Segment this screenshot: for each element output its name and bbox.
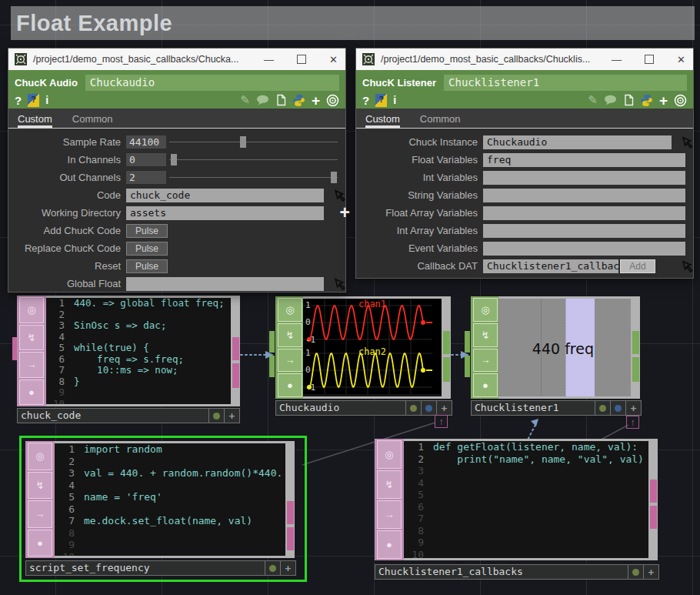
export-arrow-icon[interactable]: [334, 276, 348, 291]
export-arrow-icon[interactable]: [334, 188, 348, 202]
window-titlebar[interactable]: /project1/demo_most_basic_callbacks/Chuc…: [8, 48, 345, 70]
output-connector[interactable]: [232, 337, 239, 360]
docked-nodes-expand-arrow[interactable]: ↑: [435, 415, 448, 428]
output-connector[interactable]: [650, 506, 657, 529]
sample-rate-slider[interactable]: [169, 135, 338, 149]
add-chuck-code-pulse-button[interactable]: Pulse: [126, 224, 168, 238]
close-button[interactable]: ✕: [329, 55, 338, 65]
output-connector[interactable]: [287, 527, 294, 550]
comment-icon[interactable]: [256, 95, 269, 105]
audio-flag-button[interactable]: [422, 401, 437, 415]
tab-custom[interactable]: Custom: [365, 113, 400, 128]
info-icon[interactable]: i: [393, 94, 396, 106]
node-add-button[interactable]: +: [281, 561, 295, 575]
render-flag-button[interactable]: [265, 561, 281, 575]
input-connector[interactable]: [465, 331, 470, 353]
global-float-field[interactable]: [126, 277, 324, 291]
viewer-flag-icon[interactable]: ◎: [377, 440, 402, 469]
help-icon[interactable]: ?: [15, 94, 22, 107]
int-variables-field[interactable]: [483, 171, 685, 185]
event-variables-field[interactable]: [483, 242, 685, 256]
input-connector[interactable]: [465, 356, 470, 377]
bypass-flag-icon[interactable]: ↯: [28, 472, 52, 500]
comment-icon[interactable]: [604, 95, 617, 105]
tab-common[interactable]: Common: [72, 113, 113, 128]
working-directory-field[interactable]: assets: [126, 206, 324, 220]
bomb-flag-icon[interactable]: ●: [28, 530, 52, 557]
node-chuck-code[interactable]: ◎ ↯ → ● 1 2 3 4 5 6 7 89 10 440. => glob…: [17, 296, 240, 406]
node-add-button[interactable]: +: [437, 401, 452, 415]
bomb-flag-icon[interactable]: ●: [473, 373, 498, 397]
export-arrow-icon[interactable]: [682, 259, 696, 273]
node-add-button[interactable]: +: [626, 401, 641, 415]
node-add-button[interactable]: +: [225, 409, 239, 423]
reset-pulse-button[interactable]: Pulse: [126, 259, 168, 273]
target-icon[interactable]: [674, 94, 687, 107]
render-flag-button[interactable]: [406, 401, 422, 415]
edit-pencil-icon[interactable]: ✎: [588, 93, 598, 107]
maximize-button[interactable]: [645, 55, 654, 64]
copy-parameters-icon[interactable]: [623, 94, 634, 106]
node-name-row[interactable]: Chucklistener1 +: [471, 400, 642, 416]
int-array-variables-field[interactable]: [483, 224, 685, 238]
viewer-flag-icon[interactable]: ◎: [473, 298, 498, 322]
python-icon[interactable]: [292, 94, 305, 107]
output-connector[interactable]: [632, 331, 639, 354]
bypass-flag-icon[interactable]: ↯: [19, 325, 44, 351]
export-arrow-icon[interactable]: [682, 135, 696, 149]
node-chucklistener1[interactable]: ◎ ↯ → ● 440 freq: [471, 296, 640, 399]
viewer-flag-icon[interactable]: ◎: [19, 297, 44, 323]
output-connector[interactable]: [443, 331, 450, 354]
output-connector[interactable]: [632, 357, 639, 382]
add-icon[interactable]: +: [312, 93, 320, 108]
minimize-button[interactable]: —: [264, 55, 274, 65]
export-flag-icon[interactable]: →: [278, 349, 302, 373]
python-help-icon[interactable]: ?: [28, 94, 39, 107]
node-chuckaudio[interactable]: ◎ ↯ → ● chan1 1 0 -1 chan2 1 0 -1: [275, 296, 451, 399]
bypass-flag-icon[interactable]: ↯: [377, 470, 402, 499]
minimize-button[interactable]: —: [612, 55, 622, 65]
bomb-flag-icon[interactable]: ●: [278, 373, 302, 397]
code-field[interactable]: chuck_code: [126, 189, 324, 202]
bypass-flag-icon[interactable]: ↯: [278, 323, 302, 347]
folder-plus-icon[interactable]: +: [340, 202, 350, 223]
node-script-set-frequency[interactable]: ◎ ↯ → ● 1 2 3 4 5 6 78 9 10 import rando…: [25, 441, 295, 558]
close-button[interactable]: ✕: [677, 55, 685, 65]
viewer-flag-icon[interactable]: ◎: [28, 443, 52, 470]
python-help-icon[interactable]: ?: [375, 94, 387, 107]
string-variables-field[interactable]: [483, 189, 685, 202]
input-connector[interactable]: [269, 331, 275, 353]
input-connector[interactable]: [269, 356, 275, 377]
chuck-instance-field[interactable]: Chuckaudio: [483, 135, 672, 149]
output-connector[interactable]: [443, 357, 450, 382]
edit-pencil-icon[interactable]: ✎: [240, 93, 250, 107]
docked-nodes-expand-arrow[interactable]: ↑: [626, 416, 639, 429]
node-name-row[interactable]: script_set_frequency +: [25, 560, 296, 576]
sample-rate-value[interactable]: 44100: [126, 135, 166, 149]
bomb-flag-icon[interactable]: ●: [377, 530, 402, 559]
render-flag-button[interactable]: [595, 401, 611, 415]
output-connector[interactable]: [232, 363, 239, 388]
tab-common[interactable]: Common: [420, 113, 461, 128]
callback-add-button[interactable]: Add: [620, 259, 655, 273]
python-icon[interactable]: [640, 94, 653, 107]
target-icon[interactable]: [326, 94, 339, 107]
export-flag-icon[interactable]: →: [473, 349, 498, 373]
window-titlebar[interactable]: /project1/demo_most_basic_callbacks/Chuc…: [356, 48, 693, 70]
help-icon[interactable]: ?: [362, 94, 369, 107]
bomb-flag-icon[interactable]: ●: [19, 379, 44, 406]
render-flag-button[interactable]: [628, 565, 644, 579]
bypass-flag-icon[interactable]: ↯: [473, 323, 498, 347]
output-connector[interactable]: [650, 480, 657, 503]
replace-chuck-code-pulse-button[interactable]: Pulse: [126, 242, 168, 256]
maximize-button[interactable]: [297, 55, 306, 64]
node-name-row[interactable]: Chucklistener1_callbacks +: [375, 564, 659, 580]
copy-parameters-icon[interactable]: [275, 94, 286, 106]
audio-flag-button[interactable]: [611, 401, 626, 415]
in-channels-value[interactable]: 0: [126, 153, 166, 166]
node-name-row[interactable]: Chuckaudio +: [275, 400, 452, 416]
node-chucklistener1-callbacks[interactable]: ◎ ↯ → ● 1 23 4 5 6 7 8 9 10 def getFloat…: [375, 439, 658, 560]
render-flag-button[interactable]: [209, 409, 225, 423]
float-array-variables-field[interactable]: [483, 206, 685, 220]
export-flag-icon[interactable]: →: [28, 500, 52, 528]
